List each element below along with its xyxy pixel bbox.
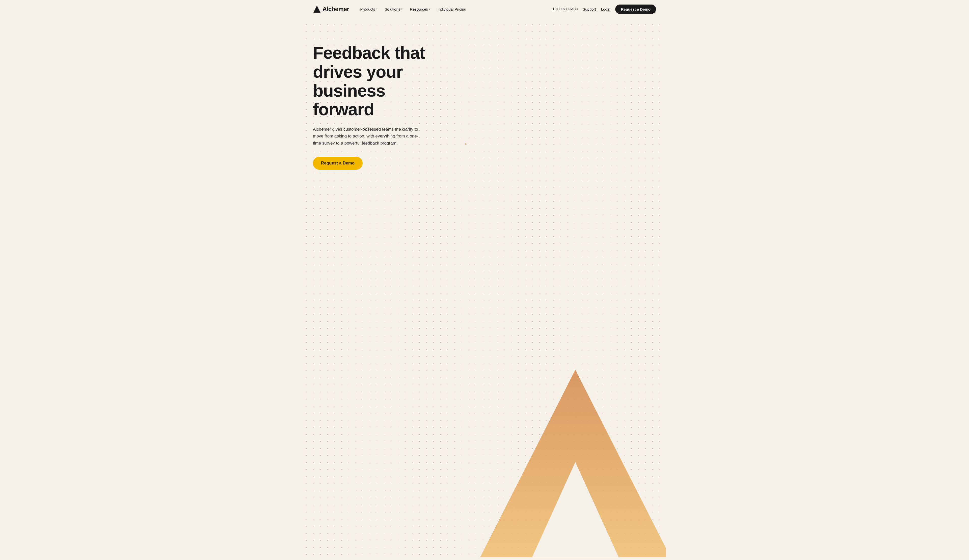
hero-request-demo-button[interactable]: Request a Demo — [313, 157, 363, 170]
logo-text: Alchemer — [323, 5, 349, 13]
hero-description: Alchemer gives customer-obsessed teams t… — [313, 126, 419, 146]
main-nav: Alchemer Products ▾ Solutions ▾ Resource… — [303, 0, 666, 18]
nav-login-link[interactable]: Login — [601, 7, 610, 12]
nav-support-link[interactable]: Support — [583, 7, 596, 12]
svg-marker-0 — [313, 5, 320, 13]
plus-decoration: + — [465, 142, 467, 147]
nav-login-label: Login — [601, 7, 610, 12]
nav-phone: 1-800-609-6480 — [553, 7, 578, 11]
nav-request-demo-button[interactable]: Request a Demo — [615, 5, 656, 14]
logo-link[interactable]: Alchemer — [313, 5, 349, 13]
logo-icon — [313, 5, 321, 13]
nav-solutions-label: Solutions — [385, 7, 400, 12]
nav-individual-pricing[interactable]: Individual Pricing — [435, 5, 469, 13]
hero-visual — [475, 18, 666, 560]
nav-products[interactable]: Products ▾ — [357, 5, 381, 13]
nav-solutions[interactable]: Solutions ▾ — [382, 5, 406, 13]
solutions-chevron-icon: ▾ — [401, 8, 403, 11]
nav-individual-pricing-label: Individual Pricing — [438, 7, 466, 12]
hero-title: Feedback that drives your business forwa… — [313, 43, 444, 119]
page-wrapper: Alchemer Products ▾ Solutions ▾ Resource… — [303, 0, 666, 560]
nav-support-label: Support — [583, 7, 596, 12]
hero-section: Feedback that drives your business forwa… — [303, 18, 666, 560]
nav-resources-label: Resources — [410, 7, 428, 12]
products-chevron-icon: ▾ — [376, 8, 378, 11]
nav-right-items: 1-800-609-6480 Support Login Request a D… — [553, 5, 656, 14]
hero-content: Feedback that drives your business forwa… — [313, 33, 444, 170]
nav-resources[interactable]: Resources ▾ — [407, 5, 433, 13]
hero-triangle-svg — [475, 364, 666, 560]
resources-chevron-icon: ▾ — [429, 8, 431, 11]
nav-left-items: Products ▾ Solutions ▾ Resources ▾ Indiv… — [357, 5, 553, 13]
nav-products-label: Products — [360, 7, 375, 12]
